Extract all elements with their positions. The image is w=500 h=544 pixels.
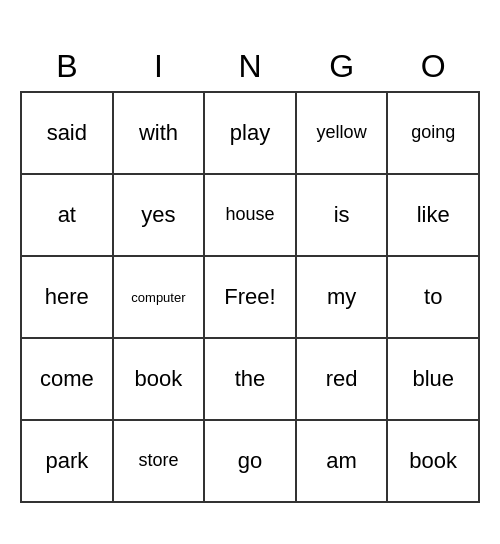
bingo-cell: is: [296, 174, 388, 256]
cell-label: yellow: [317, 122, 367, 142]
bingo-header-cell: N: [204, 42, 296, 92]
cell-label: to: [424, 284, 442, 309]
table-row: atyeshouseislike: [21, 174, 479, 256]
cell-label: park: [45, 448, 88, 473]
cell-label: yes: [141, 202, 175, 227]
bingo-cell: with: [113, 92, 205, 174]
cell-label: computer: [131, 290, 185, 305]
cell-label: my: [327, 284, 356, 309]
bingo-card: BINGO saidwithplayyellowgoingatyeshousei…: [20, 42, 480, 503]
bingo-cell: play: [204, 92, 296, 174]
bingo-cell: like: [387, 174, 479, 256]
cell-label: is: [334, 202, 350, 227]
bingo-cell: book: [387, 420, 479, 502]
bingo-cell: said: [21, 92, 113, 174]
bingo-cell: store: [113, 420, 205, 502]
cell-label: Free!: [224, 284, 275, 309]
cell-label: come: [40, 366, 94, 391]
cell-label: at: [58, 202, 76, 227]
cell-label: book: [409, 448, 457, 473]
bingo-cell: computer: [113, 256, 205, 338]
bingo-cell: at: [21, 174, 113, 256]
table-row: comebooktheredblue: [21, 338, 479, 420]
cell-label: here: [45, 284, 89, 309]
bingo-body: saidwithplayyellowgoingatyeshouseislikeh…: [21, 92, 479, 502]
bingo-header-cell: G: [296, 42, 388, 92]
cell-label: book: [135, 366, 183, 391]
table-row: saidwithplayyellowgoing: [21, 92, 479, 174]
bingo-cell: yes: [113, 174, 205, 256]
cell-label: house: [226, 204, 275, 224]
bingo-cell: park: [21, 420, 113, 502]
cell-label: store: [138, 450, 178, 470]
cell-label: blue: [412, 366, 454, 391]
cell-label: the: [235, 366, 266, 391]
bingo-header-row: BINGO: [21, 42, 479, 92]
bingo-header-cell: O: [387, 42, 479, 92]
bingo-cell: the: [204, 338, 296, 420]
cell-label: play: [230, 120, 270, 145]
bingo-cell: yellow: [296, 92, 388, 174]
bingo-cell: house: [204, 174, 296, 256]
bingo-cell: Free!: [204, 256, 296, 338]
bingo-cell: to: [387, 256, 479, 338]
table-row: herecomputerFree!myto: [21, 256, 479, 338]
cell-label: like: [417, 202, 450, 227]
bingo-cell: go: [204, 420, 296, 502]
bingo-cell: blue: [387, 338, 479, 420]
bingo-header-cell: I: [113, 42, 205, 92]
table-row: parkstoregoambook: [21, 420, 479, 502]
cell-label: am: [326, 448, 357, 473]
bingo-cell: book: [113, 338, 205, 420]
bingo-cell: come: [21, 338, 113, 420]
bingo-cell: here: [21, 256, 113, 338]
bingo-header-cell: B: [21, 42, 113, 92]
cell-label: going: [411, 122, 455, 142]
cell-label: red: [326, 366, 358, 391]
bingo-cell: going: [387, 92, 479, 174]
bingo-cell: am: [296, 420, 388, 502]
cell-label: with: [139, 120, 178, 145]
bingo-cell: red: [296, 338, 388, 420]
cell-label: go: [238, 448, 262, 473]
bingo-cell: my: [296, 256, 388, 338]
cell-label: said: [47, 120, 87, 145]
